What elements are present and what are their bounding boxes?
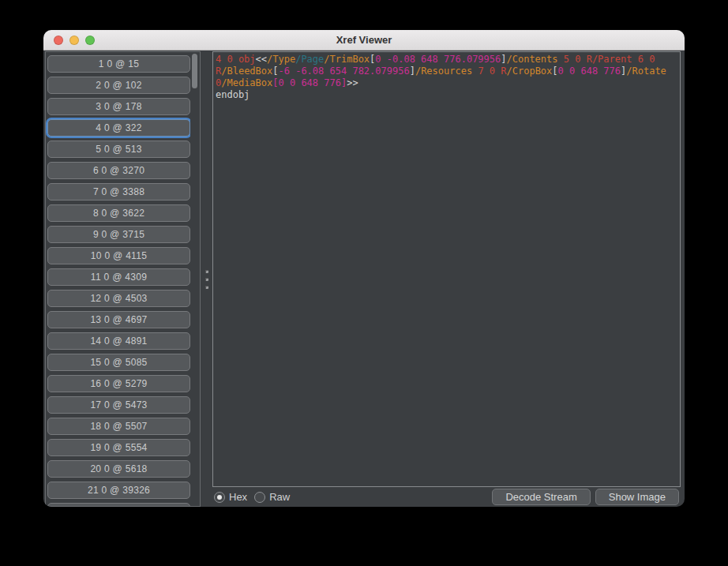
minimize-button[interactable] [69,36,79,45]
scrollbar-thumb[interactable] [192,54,197,88]
code-token-orange: /BleedBox [221,66,272,77]
code-token-orange: /CropBox [507,66,553,77]
code-token-plain: << [256,54,267,65]
title-bar[interactable]: Xref Viewer [43,30,685,51]
object-list: 1 0 @ 152 0 @ 1023 0 @ 1784 0 @ 3225 0 @… [46,52,190,506]
code-token-magenta: 0 -0.08 648 776.079956 [375,54,501,65]
code-token-orange: /Resources [415,66,472,77]
object-detail-panel: 4 0 obj<</Type/Page/TrimBox[0 -0.08 648 … [212,51,681,507]
raw-radio-label: Raw [269,491,290,503]
window-title: Xref Viewer [336,34,392,46]
code-token-magenta: -6 -6.08 654 782.079956 [279,66,410,77]
code-line: R/BleedBox[-6 -6.08 654 782.079956]/Reso… [216,66,677,77]
code-token-plain: >> [347,77,358,88]
object-list-item-partial[interactable] [47,503,190,506]
code-token-red: 5 0 R [558,54,592,65]
footer-bar: Hex Raw Decode Stream Show Image [212,487,681,507]
code-token-orange: /Contents [507,54,558,65]
code-token-teal: /Page [295,54,324,65]
object-list-item[interactable]: 1 0 @ 15 [47,55,190,73]
code-token-red: 7 0 R [472,66,506,77]
code-token-magenta: [0 0 648 776] [272,77,347,88]
radio-circle-icon [254,492,265,503]
code-token-plain: ] [501,54,506,65]
object-list-item[interactable]: 5 0 @ 513 [47,141,190,158]
object-list-item[interactable]: 6 0 @ 3270 [47,162,190,179]
object-list-item[interactable]: 9 0 @ 3715 [47,226,190,243]
object-list-item[interactable]: 11 0 @ 4309 [47,268,190,286]
object-list-item[interactable]: 13 0 @ 4697 [47,311,190,328]
traffic-lights [54,30,95,50]
hex-radio-label: Hex [229,491,247,503]
code-token-orange: /Rotate [626,66,666,77]
object-list-item[interactable]: 21 0 @ 39326 [47,482,190,499]
window-content: 1 0 @ 152 0 @ 1023 0 @ 1784 0 @ 3225 0 @… [43,51,685,507]
object-list-item[interactable]: 15 0 @ 5085 [47,354,190,371]
raw-radio[interactable]: Raw [254,491,290,503]
object-list-item[interactable]: 12 0 @ 4503 [47,290,190,307]
code-token-plain: [ [272,66,278,77]
object-content-view[interactable]: 4 0 obj<</Type/Page/TrimBox[0 -0.08 648 … [212,51,681,487]
code-token-red: 6 0 [632,54,655,65]
divider-grip-icon [205,286,208,289]
object-list-item[interactable]: 2 0 @ 102 [47,77,190,94]
code-token-orange: /MediaBox [221,77,272,88]
object-list-item[interactable]: 19 0 @ 5554 [47,439,190,456]
code-token-red: /Parent [592,54,632,65]
object-list-item[interactable]: 20 0 @ 5618 [47,460,190,478]
object-list-item[interactable]: 7 0 @ 3388 [47,183,190,201]
close-button[interactable] [54,36,63,45]
sidebar-scrollbar[interactable] [190,52,200,506]
code-token-plain: endobj [216,89,250,100]
code-line: endobj [216,89,677,101]
code-token-magenta: 0 0 648 776 [558,66,621,77]
code-token-orange: /TrimBox [324,54,370,65]
object-list-item[interactable]: 10 0 @ 4115 [47,247,190,264]
radio-circle-icon [214,492,225,503]
code-line: 4 0 obj<</Type/Page/TrimBox[0 -0.08 648 … [216,54,677,66]
code-token-plain: ] [410,66,415,77]
decode-stream-button[interactable]: Decode Stream [492,489,590,505]
object-list-item[interactable]: 14 0 @ 4891 [47,332,190,350]
object-list-item[interactable]: 18 0 @ 5507 [47,418,190,435]
show-image-button[interactable]: Show Image [595,489,679,505]
code-token-orange: /Type [267,54,295,65]
object-list-panel: 1 0 @ 152 0 @ 1023 0 @ 1784 0 @ 3225 0 @… [45,51,201,507]
object-list-item[interactable]: 8 0 @ 3622 [47,204,190,222]
divider-grip-icon [205,278,208,281]
object-list-item[interactable]: 3 0 @ 178 [47,98,190,115]
divider-grip-icon [205,270,208,273]
xref-viewer-window: Xref Viewer 1 0 @ 152 0 @ 1023 0 @ 1784 … [43,30,685,507]
code-token-plain: [ [552,66,557,77]
code-line: 0/MediaBox[0 0 648 776]>> [216,77,677,89]
hex-radio[interactable]: Hex [214,491,247,503]
object-list-item[interactable]: 17 0 @ 5473 [47,396,190,414]
object-list-item[interactable]: 4 0 @ 322 [47,119,190,137]
zoom-button[interactable] [85,36,95,45]
code-token-red: 4 0 obj [216,54,256,65]
pane-divider[interactable] [201,51,212,507]
object-list-item[interactable]: 16 0 @ 5279 [47,375,190,392]
